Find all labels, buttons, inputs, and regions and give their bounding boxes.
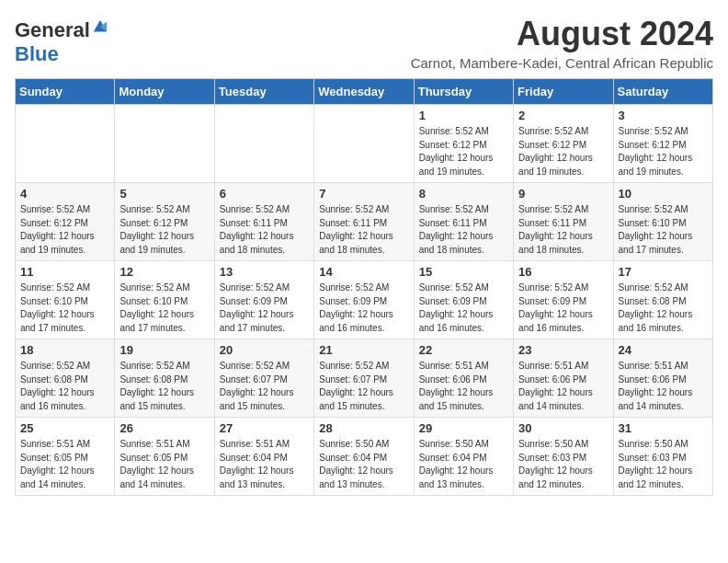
day-number: 1 bbox=[419, 109, 508, 122]
day-info: Sunrise: 5:52 AM Sunset: 6:12 PM Dayligh… bbox=[518, 125, 608, 178]
day-info: Sunrise: 5:52 AM Sunset: 6:07 PM Dayligh… bbox=[220, 360, 309, 413]
day-number: 17 bbox=[619, 265, 708, 279]
day-number: 21 bbox=[319, 343, 408, 357]
day-number: 12 bbox=[119, 265, 209, 279]
header: General Blue August 2024 Carnot, Mambere… bbox=[15, 15, 713, 71]
day-number: 22 bbox=[419, 343, 508, 357]
calendar-week-row: 4Sunrise: 5:52 AM Sunset: 6:12 PM Daylig… bbox=[16, 183, 713, 261]
day-info: Sunrise: 5:51 AM Sunset: 6:06 PM Dayligh… bbox=[419, 360, 508, 413]
day-info: Sunrise: 5:52 AM Sunset: 6:09 PM Dayligh… bbox=[319, 282, 408, 335]
day-number: 25 bbox=[20, 421, 109, 435]
calendar-header-wednesday: Wednesday bbox=[314, 79, 414, 105]
calendar-cell: 27Sunrise: 5:51 AM Sunset: 6:04 PM Dayli… bbox=[214, 418, 313, 496]
day-info: Sunrise: 5:52 AM Sunset: 6:12 PM Dayligh… bbox=[419, 125, 508, 178]
calendar-cell bbox=[314, 105, 414, 183]
calendar-cell: 13Sunrise: 5:52 AM Sunset: 6:09 PM Dayli… bbox=[214, 261, 313, 339]
day-number: 28 bbox=[319, 421, 408, 435]
calendar-header-monday: Monday bbox=[115, 79, 214, 105]
calendar-cell: 16Sunrise: 5:52 AM Sunset: 6:09 PM Dayli… bbox=[514, 261, 613, 339]
calendar-cell: 2Sunrise: 5:52 AM Sunset: 6:12 PM Daylig… bbox=[514, 105, 613, 183]
calendar-cell: 3Sunrise: 5:52 AM Sunset: 6:12 PM Daylig… bbox=[613, 105, 712, 183]
calendar-header-tuesday: Tuesday bbox=[214, 79, 313, 105]
calendar-cell: 10Sunrise: 5:52 AM Sunset: 6:10 PM Dayli… bbox=[613, 183, 712, 261]
day-info: Sunrise: 5:52 AM Sunset: 6:12 PM Dayligh… bbox=[20, 203, 109, 257]
logo: General Blue bbox=[15, 18, 108, 66]
calendar-cell: 23Sunrise: 5:51 AM Sunset: 6:06 PM Dayli… bbox=[514, 339, 613, 418]
calendar-cell: 7Sunrise: 5:52 AM Sunset: 6:11 PM Daylig… bbox=[314, 183, 414, 261]
calendar-cell: 18Sunrise: 5:52 AM Sunset: 6:08 PM Dayli… bbox=[16, 339, 115, 418]
day-info: Sunrise: 5:52 AM Sunset: 6:09 PM Dayligh… bbox=[419, 282, 508, 335]
day-number: 11 bbox=[20, 265, 109, 279]
day-number: 23 bbox=[518, 343, 608, 357]
day-info: Sunrise: 5:50 AM Sunset: 6:03 PM Dayligh… bbox=[518, 438, 608, 491]
calendar-cell: 8Sunrise: 5:52 AM Sunset: 6:11 PM Daylig… bbox=[414, 183, 513, 261]
day-number: 18 bbox=[20, 343, 109, 357]
day-info: Sunrise: 5:52 AM Sunset: 6:10 PM Dayligh… bbox=[119, 282, 209, 335]
day-number: 3 bbox=[619, 109, 708, 122]
day-number: 14 bbox=[319, 265, 408, 279]
calendar-cell: 28Sunrise: 5:50 AM Sunset: 6:04 PM Dayli… bbox=[314, 418, 414, 496]
title-area: August 2024 Carnot, Mambere-Kadei, Centr… bbox=[411, 15, 713, 71]
logo-blue-text: Blue bbox=[15, 42, 59, 66]
calendar-header-row: SundayMondayTuesdayWednesdayThursdayFrid… bbox=[16, 79, 713, 105]
day-number: 29 bbox=[419, 421, 508, 435]
calendar-week-row: 1Sunrise: 5:52 AM Sunset: 6:12 PM Daylig… bbox=[16, 105, 713, 183]
calendar-cell: 25Sunrise: 5:51 AM Sunset: 6:05 PM Dayli… bbox=[16, 418, 115, 496]
day-number: 9 bbox=[518, 187, 608, 201]
day-info: Sunrise: 5:52 AM Sunset: 6:09 PM Dayligh… bbox=[220, 282, 309, 335]
page-subtitle: Carnot, Mambere-Kadei, Central African R… bbox=[411, 55, 713, 71]
day-number: 20 bbox=[220, 343, 309, 357]
day-info: Sunrise: 5:52 AM Sunset: 6:10 PM Dayligh… bbox=[619, 203, 708, 257]
calendar-cell: 17Sunrise: 5:52 AM Sunset: 6:08 PM Dayli… bbox=[613, 261, 712, 339]
calendar-week-row: 18Sunrise: 5:52 AM Sunset: 6:08 PM Dayli… bbox=[16, 339, 713, 418]
day-info: Sunrise: 5:52 AM Sunset: 6:08 PM Dayligh… bbox=[20, 360, 109, 413]
day-number: 15 bbox=[419, 265, 508, 279]
day-info: Sunrise: 5:52 AM Sunset: 6:11 PM Dayligh… bbox=[319, 203, 408, 257]
logo-general-text: General bbox=[15, 18, 90, 42]
day-info: Sunrise: 5:52 AM Sunset: 6:07 PM Dayligh… bbox=[319, 360, 408, 413]
calendar-cell: 30Sunrise: 5:50 AM Sunset: 6:03 PM Dayli… bbox=[514, 418, 613, 496]
day-info: Sunrise: 5:52 AM Sunset: 6:11 PM Dayligh… bbox=[220, 203, 309, 257]
day-info: Sunrise: 5:52 AM Sunset: 6:12 PM Dayligh… bbox=[619, 125, 708, 178]
calendar-cell: 11Sunrise: 5:52 AM Sunset: 6:10 PM Dayli… bbox=[16, 261, 115, 339]
calendar-header-saturday: Saturday bbox=[613, 79, 712, 105]
calendar-cell: 29Sunrise: 5:50 AM Sunset: 6:04 PM Dayli… bbox=[414, 418, 513, 496]
day-info: Sunrise: 5:50 AM Sunset: 6:04 PM Dayligh… bbox=[319, 438, 408, 491]
calendar-cell bbox=[214, 105, 313, 183]
calendar-cell: 22Sunrise: 5:51 AM Sunset: 6:06 PM Dayli… bbox=[414, 339, 513, 418]
calendar-cell: 5Sunrise: 5:52 AM Sunset: 6:12 PM Daylig… bbox=[115, 183, 214, 261]
day-number: 27 bbox=[220, 421, 309, 435]
calendar-cell: 14Sunrise: 5:52 AM Sunset: 6:09 PM Dayli… bbox=[314, 261, 414, 339]
day-info: Sunrise: 5:51 AM Sunset: 6:05 PM Dayligh… bbox=[20, 438, 109, 491]
calendar-cell: 26Sunrise: 5:51 AM Sunset: 6:05 PM Dayli… bbox=[115, 418, 214, 496]
day-info: Sunrise: 5:52 AM Sunset: 6:09 PM Dayligh… bbox=[518, 282, 608, 335]
day-number: 31 bbox=[619, 421, 708, 435]
calendar-cell: 6Sunrise: 5:52 AM Sunset: 6:11 PM Daylig… bbox=[214, 183, 313, 261]
day-info: Sunrise: 5:51 AM Sunset: 6:06 PM Dayligh… bbox=[619, 360, 708, 413]
day-info: Sunrise: 5:51 AM Sunset: 6:06 PM Dayligh… bbox=[518, 360, 608, 413]
day-number: 10 bbox=[619, 187, 708, 201]
calendar-cell: 1Sunrise: 5:52 AM Sunset: 6:12 PM Daylig… bbox=[414, 105, 513, 183]
day-info: Sunrise: 5:51 AM Sunset: 6:05 PM Dayligh… bbox=[119, 438, 209, 491]
day-number: 5 bbox=[119, 187, 209, 201]
calendar-header-sunday: Sunday bbox=[16, 79, 115, 105]
day-info: Sunrise: 5:52 AM Sunset: 6:11 PM Dayligh… bbox=[419, 203, 508, 257]
calendar-cell: 15Sunrise: 5:52 AM Sunset: 6:09 PM Dayli… bbox=[414, 261, 513, 339]
day-number: 24 bbox=[619, 343, 708, 357]
day-info: Sunrise: 5:52 AM Sunset: 6:10 PM Dayligh… bbox=[20, 282, 109, 335]
day-number: 16 bbox=[518, 265, 608, 279]
calendar-cell: 24Sunrise: 5:51 AM Sunset: 6:06 PM Dayli… bbox=[613, 339, 712, 418]
day-info: Sunrise: 5:52 AM Sunset: 6:11 PM Dayligh… bbox=[518, 203, 608, 257]
logo-icon bbox=[92, 18, 108, 35]
page-title: August 2024 bbox=[411, 15, 713, 53]
day-number: 7 bbox=[319, 187, 408, 201]
calendar-cell: 20Sunrise: 5:52 AM Sunset: 6:07 PM Dayli… bbox=[214, 339, 313, 418]
calendar-table: SundayMondayTuesdayWednesdayThursdayFrid… bbox=[15, 78, 713, 496]
day-number: 2 bbox=[518, 109, 608, 122]
day-number: 4 bbox=[20, 187, 109, 201]
calendar-cell bbox=[115, 105, 214, 183]
day-number: 30 bbox=[518, 421, 608, 435]
day-number: 6 bbox=[220, 187, 309, 201]
day-info: Sunrise: 5:51 AM Sunset: 6:04 PM Dayligh… bbox=[220, 438, 309, 491]
calendar-cell: 9Sunrise: 5:52 AM Sunset: 6:11 PM Daylig… bbox=[514, 183, 613, 261]
